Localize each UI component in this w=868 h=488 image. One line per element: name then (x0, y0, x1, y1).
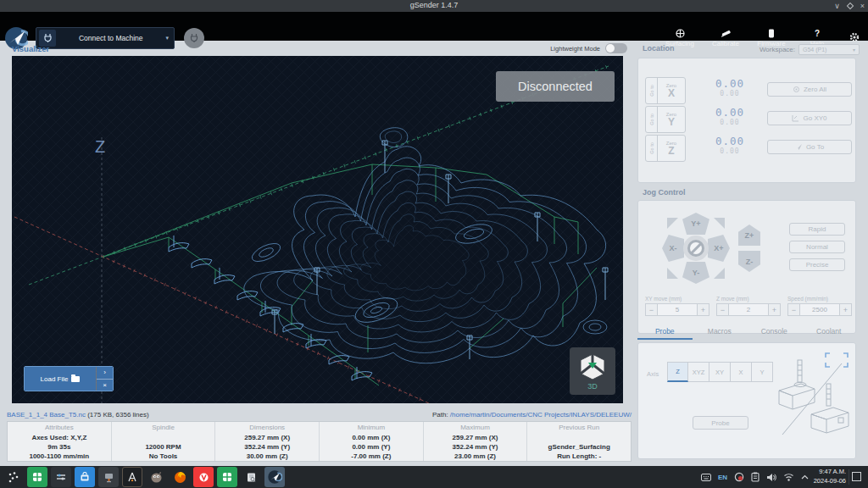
tray-language-indicator[interactable]: EN (718, 474, 727, 481)
z-move-increment-button[interactable]: + (768, 303, 781, 316)
jog-preset-precise-button[interactable]: Precise (789, 258, 845, 271)
view-cube-icon (578, 352, 607, 381)
tray-recorder-icon[interactable] (734, 472, 744, 482)
tray-wifi-icon[interactable] (783, 473, 794, 481)
tray-keyboard-icon[interactable] (701, 473, 711, 482)
zero-z-button[interactable]: Zero Z (658, 136, 685, 161)
location-box: Go to Zero X 0.00 0.00 Zero All (637, 58, 856, 183)
app-menu-icon[interactable] (3, 467, 24, 487)
probe-axis-x-button[interactable]: X (731, 362, 752, 382)
jog-stop-button[interactable] (683, 236, 709, 261)
show-desktop-button[interactable] (852, 472, 861, 481)
taskbar-gsender-icon[interactable] (264, 467, 285, 487)
connect-to-machine-button[interactable]: Connect to Machine ▾ (36, 27, 175, 49)
jog-preset-rapid-button[interactable]: Rapid (789, 223, 845, 236)
help-icon: ? (813, 29, 821, 38)
jog-preset-normal-button[interactable]: Normal (789, 241, 845, 253)
taskbar-firefox-icon[interactable] (170, 467, 190, 487)
workspace-label: Workspace: (760, 46, 795, 53)
taskbar-easel-app-icon[interactable] (122, 467, 142, 487)
load-file-button[interactable]: Load File (25, 367, 96, 391)
stats-spindle: Spindle 12000 RPM No Tools (111, 422, 215, 461)
zero-y-button[interactable]: Zero Y (658, 107, 685, 132)
load-file-expand-button[interactable]: › (97, 367, 113, 379)
jog-z-plus-button[interactable]: Z+ (738, 225, 760, 246)
goto-x-button[interactable]: Go to (646, 78, 658, 103)
file-path-label: Path: (432, 411, 450, 419)
tab-macros[interactable]: Macros (693, 327, 748, 340)
loaded-file-meta: (175 KB, 6356 lines) (86, 411, 149, 419)
job-stats-panel: Attributes Axes Used: X,Y,Z 9m 35s 1000-… (7, 421, 632, 462)
probe-illustration (774, 347, 852, 446)
speed-increment-button[interactable]: + (839, 303, 852, 316)
goto-y-button[interactable]: Go to (646, 107, 658, 132)
taskbar-gimp-icon[interactable] (146, 467, 166, 487)
probe-panel: Axis Z XYZ XY X Y Probe (637, 342, 856, 459)
target-icon (793, 86, 800, 93)
tab-console[interactable]: Console (747, 327, 802, 340)
speed-value[interactable]: 2500 (800, 303, 839, 316)
no-entry-icon (687, 240, 704, 257)
connection-status-icon[interactable] (184, 28, 204, 48)
jog-diagonal-down-left-button[interactable] (667, 268, 678, 279)
jog-diagonal-up-right-button[interactable] (714, 218, 725, 229)
lower-tabs: Probe Macros Console Coolant (637, 327, 856, 340)
probe-axis-y-button[interactable]: Y (752, 362, 773, 382)
taskbar-clock[interactable]: 9:47 A.M. 2024-09-06 (814, 468, 846, 485)
control-panel: Location Workspace: G54 (P1) ▾ Go to Zer… (631, 41, 865, 463)
probe-axis-xyz-button[interactable]: XYZ (688, 362, 709, 382)
go-to-button[interactable]: Go To (767, 140, 852, 154)
z-move-decrement-button[interactable]: − (716, 303, 729, 316)
tray-volume-icon[interactable] (766, 473, 776, 482)
jog-z-pad: Z+ Z- (738, 225, 760, 272)
loaded-file-name[interactable]: BASE_1_1_4 Base_T5.nc (7, 411, 86, 419)
probe-axis-z-button[interactable]: Z (667, 362, 688, 382)
axes-icon (792, 114, 799, 122)
jog-diagonal-down-right-button[interactable] (714, 268, 725, 279)
connection-status-badge: Disconnected (496, 71, 615, 102)
tray-expand-chevron-icon[interactable] (801, 474, 809, 480)
taskbar-software-store-icon[interactable] (75, 467, 95, 487)
taskbar-vivaldi-icon[interactable] (193, 467, 214, 487)
go-xy0-button[interactable]: Go XY0 (767, 111, 852, 125)
taskbar-app-green-1-icon[interactable] (27, 467, 47, 487)
tray-clipboard-icon[interactable] (751, 472, 760, 482)
taskbar-archive-manager-icon[interactable] (241, 467, 261, 487)
jog-x-minus-button[interactable]: X- (662, 235, 684, 262)
file-path[interactable]: /home/martin/Documents/CNC Projects/INLA… (450, 411, 632, 419)
zero-all-button[interactable]: Zero All (767, 82, 852, 97)
jog-x-plus-button[interactable]: X+ (708, 235, 730, 262)
view-cube[interactable]: 3D (570, 347, 615, 395)
jog-z-minus-button[interactable]: Z- (738, 251, 760, 272)
z-move-value[interactable]: 2 (729, 303, 768, 316)
xy-move-decrement-button[interactable]: − (645, 303, 658, 316)
screen: gSender 1.4.7 ∨ × Connect to Machine ▾ (0, 0, 868, 488)
workspace-select[interactable]: G54 (P1) ▾ (798, 44, 860, 55)
speed-decrement-button[interactable]: − (787, 303, 800, 316)
minimize-icon[interactable]: ∨ (834, 3, 840, 10)
taskbar-display-app-icon[interactable] (98, 467, 119, 487)
taskbar-settings-icon[interactable] (51, 467, 71, 487)
load-file-close-button[interactable]: × (97, 379, 113, 391)
tab-coolant[interactable]: Coolant (802, 327, 857, 340)
jog-pad: Y+ Y- X- X+ (662, 213, 730, 284)
visualizer-canvas[interactable]: Z (12, 56, 623, 403)
folder-icon (71, 376, 80, 382)
jog-y-minus-button[interactable]: Y- (682, 262, 709, 284)
taskbar-app-green-2-icon[interactable] (217, 467, 237, 487)
xy-move-increment-button[interactable]: + (697, 303, 709, 316)
jog-y-plus-button[interactable]: Y+ (682, 213, 709, 235)
os-taskbar: EN 9:47 A.M. 2024-09-06 (0, 466, 868, 488)
svg-text:?: ? (815, 29, 820, 38)
location-title: Location (643, 44, 675, 53)
probe-axis-xy-button[interactable]: XY (709, 362, 731, 382)
zero-x-button[interactable]: Zero X (658, 78, 685, 103)
lightweight-mode-toggle[interactable] (605, 43, 627, 53)
probe-button[interactable]: Probe (693, 416, 748, 430)
tab-probe[interactable]: Probe (637, 327, 693, 340)
maximize-icon[interactable] (846, 3, 853, 9)
goto-z-button[interactable]: Go to (646, 136, 658, 161)
close-icon[interactable]: × (860, 3, 865, 10)
jog-diagonal-up-left-button[interactable] (667, 218, 678, 229)
xy-move-value[interactable]: 5 (658, 303, 697, 316)
